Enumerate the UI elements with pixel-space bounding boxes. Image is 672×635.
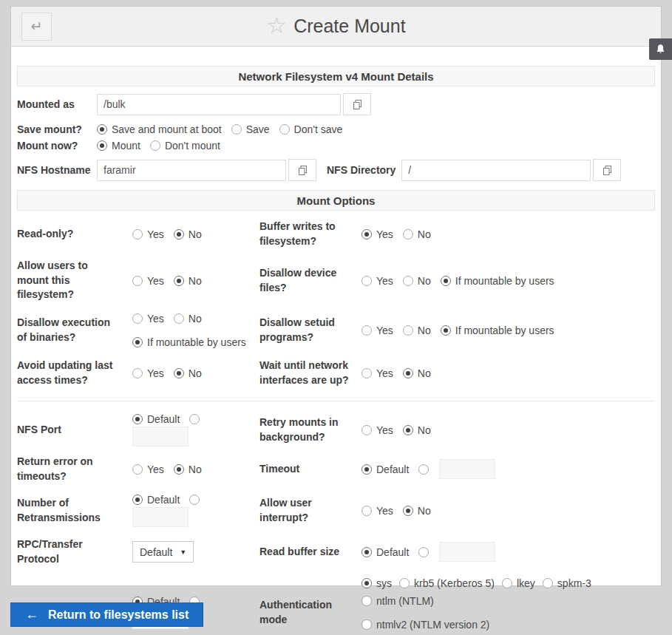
radio-option[interactable] xyxy=(189,495,200,505)
radio-button[interactable] xyxy=(189,414,200,424)
radio-option[interactable]: Yes xyxy=(362,505,393,517)
radio-option[interactable]: No xyxy=(174,367,202,379)
directory-chooser-button[interactable] xyxy=(593,159,621,181)
radio-button[interactable] xyxy=(174,464,184,475)
radio-button[interactable] xyxy=(399,578,410,588)
radio-button[interactable] xyxy=(174,313,184,324)
radio-button[interactable] xyxy=(362,368,372,378)
radio-option[interactable]: Save xyxy=(231,123,270,135)
radio-option[interactable] xyxy=(418,464,429,475)
radio-option[interactable]: No xyxy=(174,228,202,240)
nfs-hostname-input[interactable] xyxy=(97,160,286,181)
radio-button[interactable] xyxy=(150,140,160,151)
radio-option[interactable]: Default xyxy=(132,413,180,425)
radio-option[interactable]: Default xyxy=(362,546,409,558)
radio-button[interactable] xyxy=(418,464,429,475)
radio-button[interactable] xyxy=(362,464,372,475)
radio-option[interactable]: lkey xyxy=(502,577,535,589)
radio-option[interactable]: No xyxy=(403,325,431,336)
radio-button[interactable] xyxy=(403,506,413,516)
rpc-protocol-select[interactable]: Default ▼ xyxy=(132,541,194,563)
nfs-directory-input[interactable] xyxy=(401,160,591,181)
radio-option[interactable]: Mount xyxy=(97,140,140,152)
radio-button[interactable] xyxy=(189,495,200,505)
radio-option[interactable]: ntlm (NTLM) xyxy=(362,595,434,607)
file-chooser-button[interactable] xyxy=(343,93,371,115)
radio-option[interactable]: No xyxy=(403,275,431,287)
radio-option[interactable]: Yes xyxy=(362,424,393,436)
radio-option[interactable]: sys xyxy=(362,577,392,589)
back-button[interactable]: ↵ xyxy=(21,13,52,41)
chevron-down-icon: ▼ xyxy=(180,549,186,556)
radio-option[interactable]: No xyxy=(174,313,202,325)
radio-option[interactable]: Yes xyxy=(362,228,393,240)
radio-button[interactable] xyxy=(441,276,451,286)
radio-button[interactable] xyxy=(132,495,143,505)
radio-option[interactable]: No xyxy=(174,275,202,287)
radio-option[interactable]: No xyxy=(174,463,202,475)
radio-button[interactable] xyxy=(174,368,184,378)
radio-option[interactable]: If mountable by users xyxy=(132,336,246,348)
radio-button[interactable] xyxy=(132,229,143,240)
radio-button[interactable] xyxy=(502,578,512,588)
radio-option[interactable] xyxy=(189,414,200,424)
radio-button[interactable] xyxy=(543,578,553,588)
radio-button[interactable] xyxy=(132,313,143,324)
radio-button[interactable] xyxy=(97,140,107,151)
radio-option[interactable]: Default xyxy=(362,463,409,475)
radio-option[interactable]: Yes xyxy=(362,325,393,336)
radio-button[interactable] xyxy=(132,368,143,378)
radio-option[interactable]: No xyxy=(403,505,431,517)
radio-button[interactable] xyxy=(362,578,372,588)
radio-button[interactable] xyxy=(362,619,372,630)
radio-option[interactable]: ntmlv2 (NTLM version 2) xyxy=(362,619,489,631)
radio-option[interactable] xyxy=(418,547,429,557)
radio-button[interactable] xyxy=(362,229,372,240)
radio-button[interactable] xyxy=(362,547,372,557)
radio-option[interactable]: No xyxy=(403,424,431,436)
radio-button[interactable] xyxy=(362,425,372,435)
radio-option[interactable]: No xyxy=(403,228,431,240)
radio-option[interactable]: Yes xyxy=(362,275,393,287)
read-buffer-input xyxy=(439,542,495,562)
radio-button[interactable] xyxy=(362,276,372,286)
radio-button[interactable] xyxy=(362,325,372,336)
mounted-as-input[interactable] xyxy=(97,94,341,115)
radio-button[interactable] xyxy=(97,124,107,135)
radio-option[interactable]: If mountable by users xyxy=(441,275,554,287)
radio-option[interactable]: Save and mount at boot xyxy=(97,123,222,135)
radio-button[interactable] xyxy=(418,547,429,557)
radio-button[interactable] xyxy=(174,229,184,240)
radio-option[interactable]: Yes xyxy=(132,228,164,240)
radio-option[interactable]: Yes xyxy=(362,367,393,379)
radio-option[interactable]: Don't mount xyxy=(150,140,220,152)
radio-option[interactable]: Don't save xyxy=(279,123,343,135)
radio-button[interactable] xyxy=(403,368,413,378)
radio-button[interactable] xyxy=(279,124,290,135)
return-to-filesystems-button[interactable]: ← Return to filesystems list xyxy=(10,602,203,627)
radio-button[interactable] xyxy=(403,325,413,336)
radio-button[interactable] xyxy=(403,276,413,286)
radio-button[interactable] xyxy=(441,325,451,336)
radio-button[interactable] xyxy=(403,229,413,240)
radio-button[interactable] xyxy=(132,464,143,475)
radio-option[interactable]: spkm-3 xyxy=(543,577,591,589)
radio-button[interactable] xyxy=(132,337,143,347)
radio-button[interactable] xyxy=(403,425,413,435)
radio-option[interactable]: Yes xyxy=(132,367,164,379)
host-chooser-button[interactable] xyxy=(288,159,316,181)
radio-option[interactable]: No xyxy=(403,367,431,379)
radio-button[interactable] xyxy=(132,414,143,424)
radio-option[interactable]: krb5 (Kerberos 5) xyxy=(399,577,495,589)
radio-option[interactable]: Default xyxy=(132,494,180,506)
radio-button[interactable] xyxy=(362,506,372,516)
radio-button[interactable] xyxy=(231,124,242,135)
radio-button[interactable] xyxy=(132,276,143,286)
radio-option[interactable]: Yes xyxy=(132,463,164,475)
radio-option[interactable]: If mountable by users xyxy=(441,325,554,336)
radio-button[interactable] xyxy=(174,276,184,286)
radio-button[interactable] xyxy=(362,596,372,606)
radio-option[interactable]: Yes xyxy=(132,275,164,287)
radio-option[interactable]: Yes xyxy=(132,313,164,325)
notifications-tab[interactable] xyxy=(649,38,672,60)
